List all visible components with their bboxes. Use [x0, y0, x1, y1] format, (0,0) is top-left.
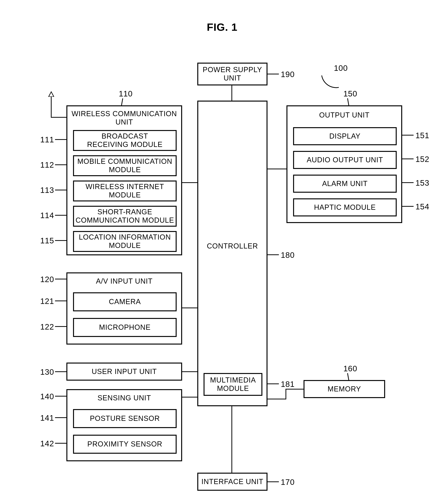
ref-151: 151 [416, 131, 429, 140]
power-supply-box: POWER SUPPLY UNIT [197, 63, 267, 85]
av-item-0: CAMERA [73, 292, 177, 311]
wireless-item-0: BROADCAST RECEIVING MODULE [73, 130, 177, 151]
ref-112: 112 [40, 160, 54, 170]
wire-controller-memory-v [285, 389, 286, 399]
leader-142 [55, 443, 66, 444]
leader-120 [55, 279, 66, 279]
memory-box: MEMORY [303, 380, 385, 398]
sensing-item-0: POSTURE SENSOR [73, 409, 177, 428]
leader-190 [267, 74, 279, 74]
av-input-title: A/V INPUT UNIT [67, 277, 181, 286]
wire-av-controller [182, 307, 197, 308]
leader-153 [402, 182, 414, 183]
ref-121: 121 [40, 297, 54, 306]
ref-152: 152 [416, 155, 429, 164]
output-group: OUTPUT UNIT DISPLAY AUDIO OUTPUT UNIT AL… [286, 105, 402, 223]
ref-181: 181 [281, 380, 295, 389]
leader-122 [55, 326, 66, 327]
av-input-group: A/V INPUT UNIT CAMERA MICROPHONE [66, 272, 182, 344]
wireless-item-3: SHORT-RANGE COMMUNICATION MODULE [73, 206, 177, 227]
ref-111: 111 [40, 135, 54, 144]
wire-controller-output [267, 169, 286, 169]
user-input-box: USER INPUT UNIT [66, 363, 182, 381]
antenna-icon-inner [49, 92, 53, 96]
antenna-mast [51, 96, 52, 117]
leader-arc-100 [321, 73, 339, 90]
leader-130 [55, 371, 66, 372]
ref-130: 130 [40, 368, 54, 377]
output-item-3: HAPTIC MODULE [293, 198, 397, 216]
output-item-0: DISPLAY [293, 127, 397, 145]
leader-114 [55, 215, 66, 216]
diagram-canvas: FIG. 1 100 POWER SUPPLY UNIT 190 CONTROL… [8, 8, 435, 504]
ref-160: 160 [343, 364, 357, 373]
wire-wireless-controller [182, 182, 197, 183]
wire-psu-controller [231, 85, 232, 101]
ref-180: 180 [281, 251, 295, 260]
multimedia-module-box: MULTIMEDIA MODULE [204, 373, 262, 396]
ref-141: 141 [40, 414, 54, 423]
sensing-title: SENSING UNIT [67, 394, 181, 402]
wire-controller-interface [231, 406, 232, 473]
leader-180 [267, 254, 279, 255]
figure-title: FIG. 1 [207, 21, 238, 33]
leader-113 [55, 190, 66, 190]
ref-120: 120 [40, 275, 54, 284]
wire-controller-memory-h [267, 399, 285, 399]
wireless-title: WIRELESS COMMUNICATION UNIT [67, 110, 181, 126]
wireless-item-4: LOCATION INFORMATION MODULE [73, 231, 177, 252]
leader-140 [55, 396, 66, 396]
ref-140: 140 [40, 392, 54, 401]
leader-111 [55, 139, 66, 140]
leader-154 [402, 206, 414, 207]
output-item-2: ALARM UNIT [293, 175, 397, 193]
sensing-group: SENSING UNIT POSTURE SENSOR PROXIMITY SE… [66, 389, 182, 461]
leader-151 [402, 135, 414, 135]
ref-154: 154 [416, 202, 429, 211]
ref-142: 142 [40, 439, 54, 448]
leader-121 [55, 300, 66, 301]
leader-112 [55, 164, 66, 165]
leader-160 [347, 373, 349, 380]
output-item-1: AUDIO OUTPUT UNIT [293, 151, 397, 169]
leader-150 [347, 98, 349, 105]
ref-170: 170 [281, 478, 295, 487]
wireless-group: WIRELESS COMMUNICATION UNIT BROADCAST RE… [66, 105, 182, 255]
wire-sensing-controller [182, 397, 197, 397]
ref-122: 122 [40, 322, 54, 332]
ref-150: 150 [343, 89, 357, 98]
leader-115 [55, 240, 66, 241]
output-title: OUTPUT UNIT [287, 111, 401, 119]
leader-141 [55, 417, 66, 418]
ref-110: 110 [119, 89, 133, 98]
ref-190: 190 [281, 70, 295, 79]
wireless-item-2: WIRELESS INTERNET MODULE [73, 180, 177, 201]
controller-box: CONTROLLER MULTIMEDIA MODULE [197, 101, 267, 406]
sensing-item-1: PROXIMITY SENSOR [73, 435, 177, 454]
ref-114: 114 [40, 211, 54, 220]
ref-system: 100 [334, 63, 348, 73]
ref-115: 115 [40, 236, 54, 245]
controller-label: CONTROLLER [198, 242, 266, 250]
wire-controller-memory-h2 [285, 389, 303, 389]
antenna-lead [51, 117, 66, 118]
wire-userinput-controller [182, 371, 197, 372]
leader-110 [121, 98, 123, 106]
leader-181 [267, 383, 279, 384]
interface-box: INTERFACE UNIT [197, 473, 267, 491]
av-item-1: MICROPHONE [73, 318, 177, 337]
leader-170 [267, 481, 279, 482]
wireless-item-1: MOBILE COMMUNICATION MODULE [73, 155, 177, 176]
leader-152 [402, 159, 414, 159]
ref-113: 113 [40, 186, 54, 195]
ref-153: 153 [416, 179, 429, 188]
